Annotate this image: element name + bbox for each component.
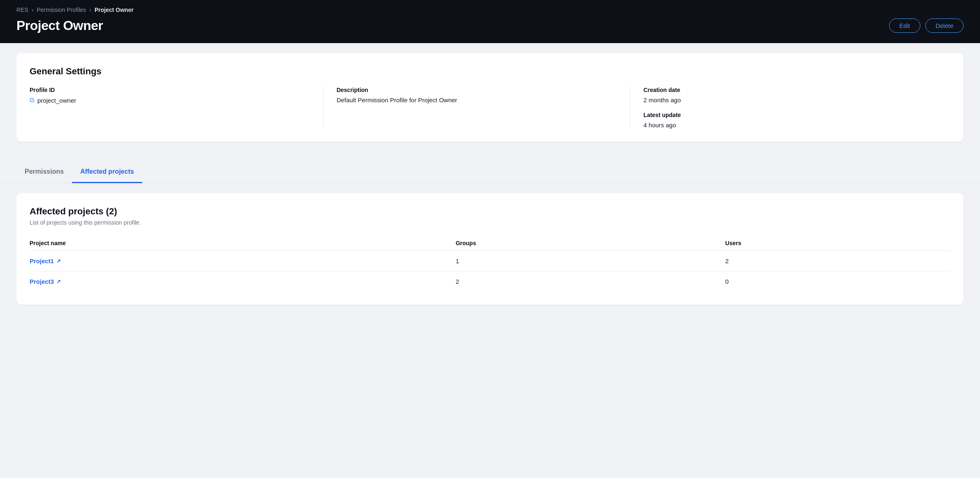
header-row: Project Owner Edit Delete: [16, 18, 964, 33]
project1-name-cell: Project1 ↗: [30, 251, 455, 271]
tabs-container: Permissions Affected projects: [0, 161, 980, 183]
delete-button[interactable]: Delete: [925, 18, 964, 33]
dates-col: Creation date 2 months ago Latest update…: [643, 87, 950, 129]
breadcrumb-permission-profiles[interactable]: Permission Profiles: [37, 7, 86, 13]
affected-projects-subtitle: List of projects using this permission p…: [30, 219, 950, 226]
projects-table: Project name Groups Users Project1 ↗ 1 2: [30, 236, 950, 292]
affected-projects-content: Affected projects (2) List of projects u…: [0, 183, 980, 324]
general-settings-title: General Settings: [30, 66, 950, 77]
external-link-icon-2: ↗: [56, 278, 61, 285]
breadcrumb-res[interactable]: RES: [16, 7, 28, 13]
header: RES › Permission Profiles › Project Owne…: [0, 0, 980, 43]
project1-groups-cell: 1: [455, 251, 725, 271]
affected-projects-card: Affected projects (2) List of projects u…: [16, 193, 964, 305]
table-row: Project1 ↗ 1 2: [30, 251, 950, 271]
profile-id-value: ⧉ project_owner: [30, 97, 310, 104]
description-col: Description Default Permission Profile f…: [337, 87, 631, 129]
breadcrumb-separator-2: ›: [89, 7, 91, 13]
col-groups: Groups: [455, 236, 725, 251]
tab-permissions[interactable]: Permissions: [16, 161, 72, 183]
latest-update-value: 4 hours ago: [643, 122, 950, 129]
description-value: Default Permission Profile for Project O…: [337, 97, 617, 103]
project3-name-cell: Project3 ↗: [30, 271, 455, 292]
creation-date-label: Creation date: [643, 87, 950, 93]
description-label: Description: [337, 87, 617, 93]
project1-name: Project1: [30, 257, 54, 264]
creation-date-value: 2 months ago: [643, 97, 950, 103]
project3-link[interactable]: Project3 ↗: [30, 278, 61, 285]
table-body: Project1 ↗ 1 2 Project3 ↗ 2: [30, 251, 950, 292]
project1-users-cell: 2: [725, 251, 950, 271]
profile-id-col: Profile ID ⧉ project_owner: [30, 87, 324, 129]
creation-date-section: Creation date 2 months ago: [643, 87, 950, 103]
edit-button[interactable]: Edit: [889, 18, 920, 33]
page-title: Project Owner: [16, 18, 103, 33]
profile-id-text: project_owner: [37, 97, 76, 104]
affected-projects-title: Affected projects (2): [30, 206, 950, 217]
latest-update-label: Latest update: [643, 112, 950, 118]
external-link-icon-1: ↗: [56, 258, 61, 264]
copy-icon[interactable]: ⧉: [30, 97, 34, 104]
breadcrumb-current: Project Owner: [95, 7, 134, 13]
table-header: Project name Groups Users: [30, 236, 950, 251]
col-users: Users: [725, 236, 950, 251]
tab-affected-projects[interactable]: Affected projects: [72, 161, 142, 183]
breadcrumb-separator-1: ›: [32, 7, 34, 13]
header-actions: Edit Delete: [889, 18, 964, 33]
project3-users-cell: 0: [725, 271, 950, 292]
table-row: Project3 ↗ 2 0: [30, 271, 950, 292]
settings-grid: Profile ID ⧉ project_owner Description D…: [30, 87, 950, 129]
project3-name: Project3: [30, 278, 54, 285]
col-project-name: Project name: [30, 236, 455, 251]
project1-link[interactable]: Project1 ↗: [30, 257, 61, 264]
latest-update-section: Latest update 4 hours ago: [643, 112, 950, 129]
breadcrumb: RES › Permission Profiles › Project Owne…: [16, 7, 964, 13]
project3-groups-cell: 2: [455, 271, 725, 292]
profile-id-label: Profile ID: [30, 87, 310, 93]
main-content: General Settings Profile ID ⧉ project_ow…: [0, 43, 980, 161]
general-settings-card: General Settings Profile ID ⧉ project_ow…: [16, 53, 964, 142]
